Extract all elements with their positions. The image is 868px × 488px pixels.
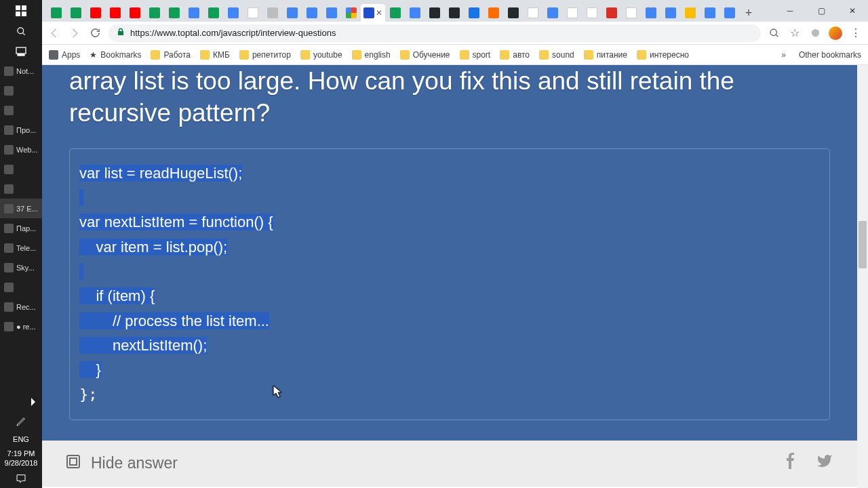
- favicon: [130, 7, 140, 18]
- language-indicator[interactable]: ENG: [0, 431, 42, 447]
- notifications-icon[interactable]: [0, 469, 42, 488]
- menu-icon[interactable]: ⋮: [849, 26, 863, 40]
- browser-tab[interactable]: [405, 4, 425, 22]
- taskbar-app[interactable]: Про...: [0, 120, 42, 140]
- taskbar-app[interactable]: [0, 159, 42, 179]
- taskbar-app[interactable]: Пар...: [0, 218, 42, 238]
- facebook-icon[interactable]: [783, 453, 799, 474]
- browser-tab[interactable]: ✕: [361, 4, 385, 22]
- browser-tab[interactable]: [680, 4, 700, 22]
- hide-answer-button[interactable]: Hide answer: [65, 453, 178, 474]
- bookmark-item[interactable]: интересно: [637, 50, 689, 60]
- browser-tab[interactable]: [700, 4, 719, 22]
- taskbar-app[interactable]: [0, 179, 42, 199]
- browser-tab[interactable]: [302, 4, 321, 22]
- extension-icon[interactable]: [808, 26, 822, 40]
- browser-tab[interactable]: [719, 4, 739, 22]
- browser-tab[interactable]: [341, 4, 361, 22]
- bookmark-item[interactable]: sound: [539, 50, 574, 60]
- taskbar-app[interactable]: [0, 277, 42, 297]
- browser-tab[interactable]: [385, 4, 405, 22]
- browser-tab[interactable]: [243, 4, 262, 22]
- apps-shortcut[interactable]: Apps: [49, 50, 80, 60]
- bookmark-item[interactable]: Обучение: [400, 50, 450, 60]
- scrollbar[interactable]: [857, 65, 868, 488]
- forward-button[interactable]: [68, 26, 81, 40]
- taskbar-app[interactable]: ● re...: [0, 317, 42, 336]
- taskbar-app[interactable]: Rec...: [0, 297, 42, 317]
- browser-tab[interactable]: [262, 4, 282, 22]
- taskbar-app[interactable]: [0, 100, 42, 120]
- reload-button[interactable]: [88, 26, 102, 40]
- bookmarks-overflow-icon[interactable]: »: [781, 50, 786, 60]
- browser-tab[interactable]: [503, 4, 523, 22]
- bookmarks-folder[interactable]: ★Bookmarks: [90, 50, 141, 60]
- bookmark-item[interactable]: авто: [500, 50, 530, 60]
- taskbar-app[interactable]: [0, 81, 42, 100]
- browser-tab[interactable]: [46, 4, 66, 22]
- taskbar-app[interactable]: Tele...: [0, 238, 42, 258]
- profile-avatar[interactable]: [829, 26, 842, 40]
- clock[interactable]: 7:19 PM 9/28/2018: [0, 447, 42, 469]
- browser-tab[interactable]: [660, 4, 680, 22]
- browser-tab[interactable]: [484, 4, 503, 22]
- browser-tab[interactable]: [85, 4, 105, 22]
- svg-rect-7: [18, 54, 24, 56]
- close-icon[interactable]: ✕: [376, 8, 382, 18]
- browser-tab[interactable]: [621, 4, 641, 22]
- window-maximize-button[interactable]: ▢: [806, 0, 837, 22]
- bookmark-item[interactable]: питание: [584, 50, 627, 60]
- favicon: [685, 7, 696, 18]
- page-content: array list is too large. How can you fix…: [42, 65, 868, 488]
- back-button[interactable]: [47, 26, 61, 40]
- pen-icon[interactable]: [0, 411, 42, 431]
- window-close-button[interactable]: ✕: [837, 0, 868, 22]
- browser-tab[interactable]: [641, 4, 660, 22]
- bookmark-item[interactable]: youtube: [300, 50, 342, 60]
- window-minimize-button[interactable]: ─: [774, 0, 806, 22]
- browser-tab[interactable]: [562, 4, 582, 22]
- task-view-icon[interactable]: [0, 41, 42, 61]
- browser-tab[interactable]: [184, 4, 203, 22]
- other-bookmarks[interactable]: Other bookmarks: [795, 50, 861, 60]
- url-field[interactable]: https://www.toptal.com/javascript/interv…: [108, 24, 761, 42]
- twitter-icon[interactable]: [815, 453, 834, 474]
- zoom-icon[interactable]: [768, 26, 781, 40]
- browser-tab[interactable]: [105, 4, 125, 22]
- start-button[interactable]: [0, 0, 42, 22]
- bookmark-star-icon[interactable]: ☆: [788, 26, 802, 40]
- bookmark-item[interactable]: репетитор: [239, 50, 291, 60]
- browser-tab[interactable]: [464, 4, 484, 22]
- taskbar-app[interactable]: Web...: [0, 140, 42, 159]
- favicon: [469, 7, 479, 18]
- scrollbar-thumb[interactable]: [859, 221, 867, 268]
- taskbar-app[interactable]: Not...: [0, 61, 42, 81]
- browser-tab[interactable]: [125, 4, 144, 22]
- browser-tab[interactable]: [66, 4, 85, 22]
- browser-tab[interactable]: [582, 4, 601, 22]
- browser-tab[interactable]: [144, 4, 164, 22]
- tray-expand-icon[interactable]: [0, 392, 42, 411]
- taskbar-app[interactable]: Sky...: [0, 258, 42, 277]
- bookmarks-bar: Apps ★Bookmarks РаботаКМБрепетиторyoutub…: [42, 45, 868, 65]
- bookmark-item[interactable]: sport: [460, 50, 491, 60]
- browser-tab[interactable]: [164, 4, 184, 22]
- browser-tab[interactable]: [444, 4, 464, 22]
- browser-tab[interactable]: [282, 4, 302, 22]
- bookmark-item[interactable]: КМБ: [200, 50, 230, 60]
- browser-tab[interactable]: [601, 4, 621, 22]
- code-block[interactable]: var list = readHugeList(); var nextListI…: [69, 148, 830, 420]
- taskbar-app[interactable]: 37 E...: [0, 199, 42, 218]
- browser-tab[interactable]: [425, 4, 444, 22]
- svg-point-8: [770, 29, 776, 35]
- bookmark-item[interactable]: english: [352, 50, 391, 60]
- browser-tab[interactable]: [203, 4, 223, 22]
- browser-tab[interactable]: [523, 4, 542, 22]
- browser-tab[interactable]: [321, 4, 341, 22]
- browser-tab[interactable]: [223, 4, 243, 22]
- new-tab-button[interactable]: +: [739, 4, 758, 22]
- address-bar: https://www.toptal.com/javascript/interv…: [42, 22, 868, 45]
- browser-tab[interactable]: [542, 4, 562, 22]
- bookmark-item[interactable]: Работа: [151, 50, 191, 60]
- search-icon[interactable]: [0, 22, 42, 41]
